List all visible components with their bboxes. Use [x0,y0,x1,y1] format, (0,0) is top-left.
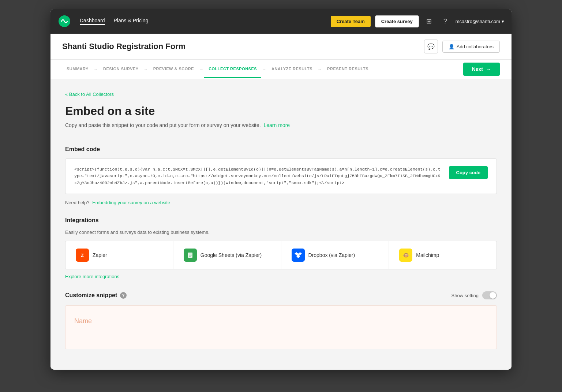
header-actions: 💬 👤 Add collaborators [424,40,500,53]
integrations-grid: Z Zapier Google Sheets (via Zapier) [65,241,497,269]
learn-more-link[interactable]: Learn more [264,122,290,128]
svg-marker-9 [296,255,300,258]
nav-links: Dashboard Plans & Pricing [80,18,322,25]
integrations-subtitle: Easily connect forms and surveys data to… [65,229,497,235]
user-email: mcastro@shanti.com [456,19,500,24]
integration-dropbox[interactable]: Dropbox (via Zapier) [281,241,389,269]
add-collaborators-button[interactable]: 👤 Add collaborators [442,41,500,53]
zapier-name: Zapier [93,252,107,258]
integration-gsheets[interactable]: Google Sheets (via Zapier) [173,241,281,269]
steps-list: SUMMARY → DESIGN SURVEY → PREVIEW & SCOR… [62,61,373,78]
snippet-preview: Name [65,305,497,349]
next-button[interactable]: Next → [463,63,500,76]
comment-icon: 💬 [427,43,435,50]
svg-rect-5 [189,256,191,257]
person-icon: 👤 [449,44,454,49]
step-arrow-5: → [318,67,322,72]
step-collect-responses[interactable]: COLLECT RESPONSES [204,61,261,78]
integrations-section: Integrations Easily connect forms and su… [65,217,497,280]
mailchimp-icon: 🐵 [399,249,412,262]
zapier-icon: Z [76,249,89,262]
section-divider [65,137,497,137]
step-arrow-4: → [262,67,266,72]
snippet-preview-field-name: Name [74,317,488,325]
customize-title: Customize snippet [65,292,117,299]
step-present-results[interactable]: PRESENT RESULTS [323,61,373,78]
copy-code-button[interactable]: Copy code [449,166,488,179]
gsheets-name: Google Sheets (via Zapier) [201,252,262,258]
show-setting-toggle[interactable] [482,291,497,299]
step-present-results-label: PRESENT RESULTS [327,67,368,71]
step-collect-responses-label: COLLECT RESPONSES [209,67,257,71]
add-collaborators-label: Add collaborators [457,44,494,49]
step-summary[interactable]: SUMMARY [62,61,93,78]
gsheets-icon [184,249,197,262]
integrations-title: Integrations [65,217,497,224]
nav-right: Create Team Create survey ⊞ ? mcastro@sh… [331,15,504,27]
embed-code-text: <script>(function(t,e,s,o){var n,a,c;t.S… [74,166,442,186]
create-team-button[interactable]: Create Team [331,16,371,27]
step-navigation: SUMMARY → DESIGN SURVEY → PREVIEW & SCOR… [50,60,512,79]
nav-link-plans-pricing[interactable]: Plans & Pricing [114,18,149,25]
mailchimp-name: Mailchimp [416,252,439,258]
customize-title-row: Customize snippet ? [65,292,127,299]
main-content: « Back to All Collectors Embed on a site… [50,79,512,370]
integration-mailchimp[interactable]: 🐵 Mailchimp [389,241,497,269]
step-preview-score-label: PREVIEW & SCORE [153,67,194,71]
step-arrow-1: → [94,67,98,72]
create-survey-button[interactable]: Create survey [375,15,419,27]
show-setting-row: Show setting [452,291,497,299]
dropbox-name: Dropbox (via Zapier) [308,252,355,258]
integration-zapier[interactable]: Z Zapier [65,241,173,269]
help-text: Need help? Embedding your survey on a we… [65,200,497,205]
svg-rect-3 [189,254,192,254]
customize-help-icon[interactable]: ? [120,292,127,299]
explore-integrations-link[interactable]: Explore more integrations [65,274,119,279]
customize-snippet-section: Customize snippet ? Show setting Name [65,291,497,349]
back-link[interactable]: « Back to All Collectors [65,92,114,97]
step-analyze-results-label: ANALYZE RESULTS [271,67,312,71]
step-arrow-3: → [199,67,203,72]
help-icon-button[interactable]: ? [439,15,451,27]
step-summary-label: SUMMARY [67,67,89,71]
step-design-survey-label: DESIGN SURVEY [103,67,139,71]
step-design-survey[interactable]: DESIGN SURVEY [99,61,143,78]
page-title: Embed on a site [65,104,497,118]
customize-header: Customize snippet ? Show setting [65,291,497,299]
comment-button[interactable]: 💬 [424,40,438,53]
need-help-text: Need help? [65,200,90,205]
next-button-label: Next [472,66,483,72]
survey-title: Shanti Studio Registration Form [62,42,186,51]
arrow-right-icon: → [486,66,491,72]
show-setting-label: Show setting [452,293,479,298]
top-navigation: Dashboard Plans & Pricing Create Team Cr… [50,9,512,34]
user-menu[interactable]: mcastro@shanti.com ▾ [456,19,504,24]
logo[interactable] [58,15,71,28]
step-arrow-2: → [144,67,148,72]
step-analyze-results[interactable]: ANALYZE RESULTS [267,61,317,78]
grid-icon-button[interactable]: ⊞ [423,15,435,27]
toggle-knob [490,292,496,299]
survey-header: Shanti Studio Registration Form 💬 👤 Add … [50,34,512,60]
page-subtitle: Copy and paste this snippet to your code… [65,122,497,128]
embedding-help-link[interactable]: Embedding your survey on a website [92,200,170,205]
page-subtitle-text: Copy and paste this snippet to your code… [65,122,261,128]
embed-code-box: <script>(function(t,e,s,o){var n,a,c;t.S… [65,158,497,194]
chevron-down-icon: ▾ [502,19,504,24]
embed-code-title: Embed code [65,146,497,153]
step-preview-score[interactable]: PREVIEW & SCORE [149,61,198,78]
nav-link-dashboard[interactable]: Dashboard [80,18,105,25]
dropbox-icon [292,249,305,262]
svg-rect-4 [189,255,192,255]
